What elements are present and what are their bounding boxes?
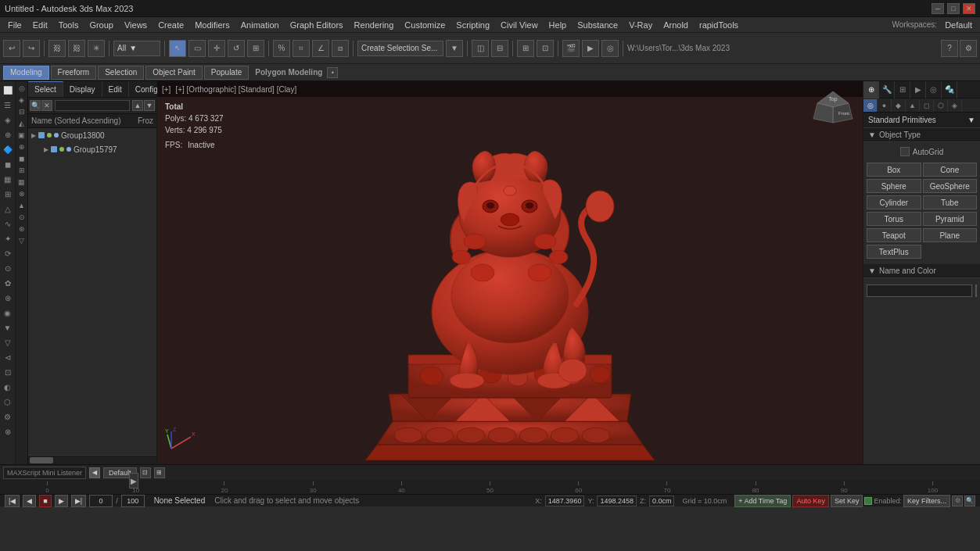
- angle-snap-button[interactable]: ∠: [312, 40, 329, 57]
- object-type-header[interactable]: ▼ Object Type: [863, 128, 980, 142]
- scene-icon-11[interactable]: ▲: [16, 200, 27, 211]
- left-icon-16[interactable]: ◉: [1, 306, 15, 320]
- rp-subtab-1[interactable]: ◎: [863, 99, 878, 112]
- layer-manager-button[interactable]: ⊞: [517, 40, 534, 57]
- rp-subtab-6[interactable]: ⬡: [934, 99, 948, 112]
- viewport[interactable]: [+] [+] [Orthographic] [Standard] [Clay]…: [157, 81, 863, 464]
- left-icon-1[interactable]: ⬜: [1, 83, 15, 97]
- menu-edit[interactable]: Edit: [28, 18, 52, 32]
- scale-button[interactable]: ⊞: [247, 40, 264, 57]
- left-icon-8[interactable]: ⊞: [1, 187, 15, 201]
- add-time-tag-btn[interactable]: + Add Time Tag: [734, 495, 791, 507]
- tab-edit[interactable]: Edit: [102, 81, 129, 97]
- autogrid-checkbox[interactable]: [900, 147, 910, 156]
- left-icon-24[interactable]: ⊗: [1, 424, 15, 438]
- play-next[interactable]: ▶: [55, 495, 68, 507]
- mode-freeform[interactable]: Freeform: [51, 66, 97, 80]
- object-name-input[interactable]: [867, 284, 972, 297]
- auto-key-btn[interactable]: Auto Key: [792, 495, 829, 507]
- scene-search[interactable]: 🔍: [30, 100, 41, 111]
- menu-file[interactable]: File: [3, 18, 27, 32]
- name-color-header[interactable]: ▼ Name and Color: [863, 264, 980, 278]
- menu-arnold[interactable]: Arnold: [659, 18, 693, 32]
- left-icon-5[interactable]: 🔷: [1, 142, 15, 156]
- menu-create[interactable]: Create: [153, 18, 188, 32]
- redo-button[interactable]: ↪: [23, 40, 40, 57]
- left-icon-10[interactable]: ∿: [1, 216, 15, 231]
- rp-tab-motion[interactable]: ▶: [910, 81, 926, 98]
- select-region-button[interactable]: ▭: [188, 40, 206, 57]
- scene-icon-7[interactable]: ◼: [16, 153, 27, 164]
- left-icon-3[interactable]: ◈: [1, 113, 15, 127]
- set-key-btn[interactable]: Set Key: [831, 495, 863, 507]
- settings-button[interactable]: ⚙: [960, 40, 977, 57]
- select-link-button[interactable]: ⛓: [48, 40, 66, 57]
- list-item-group2[interactable]: ▶ Group15797: [28, 142, 156, 156]
- menu-group[interactable]: Group: [84, 18, 118, 32]
- settings-icon[interactable]: ⚙: [952, 496, 963, 506]
- rp-tab-display[interactable]: ◎: [926, 81, 942, 98]
- tab-select[interactable]: Select: [28, 81, 63, 97]
- render-button[interactable]: ▶: [582, 40, 599, 57]
- scene-icon-4[interactable]: ◭: [16, 118, 27, 129]
- grid-btn[interactable]: ⊞: [154, 467, 165, 478]
- rp-tab-create[interactable]: ⊕: [863, 81, 879, 98]
- menu-vray[interactable]: V-Ray: [624, 18, 657, 32]
- selection-filter-dropdown[interactable]: All▼: [113, 41, 160, 56]
- left-icon-7[interactable]: ▦: [1, 172, 15, 186]
- play-prev[interactable]: ◀: [23, 495, 36, 507]
- scene-icon-14[interactable]: ▽: [16, 235, 27, 246]
- left-icon-17[interactable]: ▼: [1, 320, 15, 335]
- view-mode-btn[interactable]: ⊡: [140, 467, 151, 478]
- btn-box[interactable]: Box: [867, 163, 921, 177]
- mode-modeling[interactable]: Modeling: [3, 66, 49, 80]
- left-icon-18[interactable]: ▽: [1, 335, 15, 349]
- primitives-dropdown[interactable]: Standard Primitives ▼: [863, 113, 980, 128]
- named-selection-button[interactable]: ▼: [446, 40, 463, 57]
- scene-scrollbar[interactable]: [28, 455, 156, 464]
- color-swatch[interactable]: [975, 284, 977, 297]
- menu-substance[interactable]: Substance: [573, 18, 623, 32]
- left-icon-22[interactable]: ⬡: [1, 395, 15, 409]
- rp-subtab-5[interactable]: ◻: [920, 99, 934, 112]
- left-icon-23[interactable]: ⚙: [1, 410, 15, 424]
- scene-icon-12[interactable]: ⊙: [16, 212, 27, 223]
- scene-sort-down[interactable]: ▼: [144, 100, 155, 111]
- snap-toggle-button[interactable]: ⌗: [293, 40, 310, 57]
- btn-torus[interactable]: Torus: [867, 212, 921, 226]
- btn-sphere[interactable]: Sphere: [867, 179, 921, 193]
- play-prev-frame[interactable]: |◀: [5, 495, 20, 507]
- menu-scripting[interactable]: Scripting: [451, 18, 494, 32]
- viewport-nav-cube[interactable]: Top Front: [809, 88, 856, 134]
- btn-cone[interactable]: Cone: [923, 163, 978, 177]
- btn-pyramid[interactable]: Pyramid: [923, 212, 978, 226]
- left-icon-21[interactable]: ◐: [1, 380, 15, 394]
- help-button[interactable]: ?: [941, 40, 958, 57]
- render-setup-button[interactable]: 🎬: [562, 40, 580, 57]
- key-filters-btn[interactable]: Key Filters...: [903, 495, 950, 507]
- minimize-button[interactable]: ─: [932, 3, 944, 14]
- close-button[interactable]: ✕: [963, 3, 975, 14]
- menu-rapid[interactable]: rapidTools: [695, 18, 743, 32]
- menu-customize[interactable]: Customize: [400, 18, 450, 32]
- workspace-default[interactable]: Default: [940, 18, 977, 32]
- left-icon-12[interactable]: ⟳: [1, 246, 15, 260]
- rp-tab-modify[interactable]: 🔧: [879, 81, 895, 98]
- btn-plane[interactable]: Plane: [923, 228, 978, 242]
- menu-civil[interactable]: Civil View: [496, 18, 542, 32]
- menu-graph[interactable]: Graph Editors: [285, 18, 348, 32]
- scene-sort-up[interactable]: ▲: [132, 100, 143, 111]
- left-icon-9[interactable]: △: [1, 202, 15, 216]
- btn-cylinder[interactable]: Cylinder: [867, 195, 921, 209]
- tab-display[interactable]: Display: [63, 81, 102, 97]
- total-frames-input[interactable]: [121, 495, 145, 507]
- scene-icon-6[interactable]: ⊕: [16, 141, 27, 152]
- scene-icon-8[interactable]: ⊞: [16, 165, 27, 176]
- align-button[interactable]: ⊟: [491, 40, 508, 57]
- menu-help[interactable]: Help: [544, 18, 572, 32]
- viewport-plus[interactable]: [+]: [162, 85, 171, 94]
- mode-settings-button[interactable]: •: [327, 67, 338, 78]
- left-icon-2[interactable]: ☰: [1, 98, 15, 112]
- maxscript-label[interactable]: MAXScript Mini Listener: [3, 467, 86, 479]
- scene-icon-13[interactable]: ⊛: [16, 224, 27, 234]
